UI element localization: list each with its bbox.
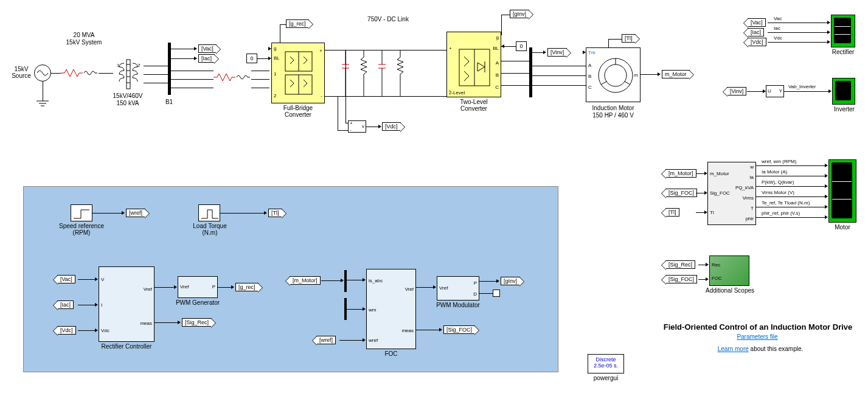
goto-g-rec[interactable]: [g_rec] <box>235 283 259 291</box>
goto-tl[interactable]: [Tl] <box>268 209 282 217</box>
arrow-icon <box>501 44 504 48</box>
wire <box>768 42 828 43</box>
motor-measure-subsystem[interactable]: m_Motor Sig_FOC Tl w Ia PQ_kVA Vrms T ph… <box>707 162 756 225</box>
arrow-icon <box>825 174 828 178</box>
wire <box>171 88 214 88</box>
series-rl-block[interactable] <box>214 73 251 82</box>
from-g-rec[interactable]: [g_rec] <box>286 19 309 28</box>
voltage-sensor-block[interactable]: + - v <box>348 120 366 133</box>
port-ia: Ia <box>749 175 754 180</box>
from-ginv[interactable]: [gInv] <box>510 10 529 18</box>
wire <box>366 127 380 127</box>
motor-sig-4: Vrms Motor (V) <box>762 190 794 195</box>
from-sig-foc[interactable]: [Sig_FOC] <box>665 189 697 197</box>
wire <box>251 79 269 80</box>
wire <box>501 15 502 35</box>
two-level-converter-block[interactable]: g + BL A B C - 2-Level <box>446 32 501 97</box>
wire <box>220 213 265 214</box>
const-zero-inv[interactable]: 0 <box>516 41 527 51</box>
svg-point-31 <box>605 64 627 86</box>
wire <box>251 71 269 71</box>
port-v: V <box>101 277 104 282</box>
arrow-icon <box>95 303 98 307</box>
wire <box>501 85 529 86</box>
wire <box>768 32 828 33</box>
goto-wref[interactable]: [wref] <box>126 209 145 217</box>
load-torque-block[interactable] <box>198 204 220 221</box>
rectifier-scope[interactable] <box>831 15 855 47</box>
from-sig-rec[interactable]: [Sig_Rec] <box>665 260 695 269</box>
motor-sig-6: phir_ref, phir (V.s) <box>762 210 800 216</box>
from-sig-foc2[interactable]: [Sig_FOC] <box>665 275 697 283</box>
from-iac[interactable]: [Iac] <box>748 28 764 36</box>
selector-block[interactable]: U Y <box>766 85 784 97</box>
transformer-block[interactable]: 12 <box>113 58 144 90</box>
arrow-icon <box>825 184 828 188</box>
from-tl[interactable]: [Tl] <box>622 34 636 43</box>
from-tl-motor[interactable]: [Tl] <box>665 208 679 217</box>
port-sig-foc: Sig_FOC <box>710 190 730 196</box>
goto-ginv[interactable]: [gInv] <box>501 277 520 285</box>
wire <box>768 23 828 23</box>
foc-block[interactable]: is_abc wm wref Vref meas <box>366 269 416 349</box>
demux-1[interactable] <box>344 270 347 292</box>
from-vdc[interactable]: [Vdc] <box>748 38 766 46</box>
goto-vdc[interactable]: [Vdc] <box>382 122 401 131</box>
rectifier-controller-block[interactable]: V I Vdc Vref meas <box>99 266 155 342</box>
wire <box>155 322 179 323</box>
goto-vac[interactable]: [Vac] <box>198 44 217 53</box>
wire <box>347 280 364 280</box>
wire <box>608 39 622 40</box>
pwm-modulator-block[interactable]: Vref P D <box>437 276 479 300</box>
wire <box>532 66 586 66</box>
from-vac-ctrl[interactable]: [Vac] <box>57 275 75 283</box>
pwm-generator-block[interactable]: Vref P <box>178 276 218 298</box>
port-wm: wm <box>369 307 376 313</box>
port-tl: Tl <box>710 210 714 215</box>
port-m-motor: m_Motor <box>710 171 729 176</box>
induction-motor-block[interactable]: Tm A B C m <box>586 47 641 102</box>
sig-iac-label: Iac <box>774 26 780 31</box>
arrow-icon <box>363 307 366 311</box>
wire <box>501 15 510 15</box>
motor-sig-3: P(kW), Q(kvar) <box>762 179 794 185</box>
port-vref: Vref <box>439 285 448 291</box>
additional-scopes-block[interactable]: Rec FOC <box>709 255 749 286</box>
terminator-block[interactable] <box>493 290 500 297</box>
from-m-motor-foc[interactable]: [m_Motor] <box>290 276 321 285</box>
from-m-motor[interactable]: [m_Motor] <box>665 169 696 178</box>
bus-vinv[interactable] <box>529 47 532 97</box>
line-impedance-block[interactable] <box>61 69 99 77</box>
dc-link-components[interactable] <box>339 35 437 102</box>
parameters-link[interactable]: Parameters file <box>724 333 791 340</box>
inverter-scope[interactable] <box>832 78 855 105</box>
arrow-icon <box>658 72 661 76</box>
goto-sig-rec[interactable]: [Sig_Rec] <box>182 318 212 327</box>
port-vref: Vref <box>180 284 189 290</box>
from-vac[interactable]: [Vac] <box>748 18 766 27</box>
wire <box>251 88 269 88</box>
motor-scope[interactable] <box>828 159 856 223</box>
foc-label: FOC <box>366 350 416 357</box>
from-vinv[interactable]: [Vinv] <box>727 87 746 96</box>
goto-m-motor[interactable]: m_Motor <box>662 70 690 78</box>
wire <box>339 340 364 341</box>
from-wref-foc[interactable]: [wref] <box>316 336 336 344</box>
learn-more-link[interactable]: Learn more <box>718 346 749 352</box>
wire <box>479 293 493 294</box>
arrow-icon <box>825 195 828 198</box>
goto-sig-foc[interactable]: [Sig_FOC] <box>443 325 475 334</box>
speed-reference-block[interactable] <box>71 204 92 221</box>
arrow-icon <box>433 285 436 289</box>
powergui-l1: Discrete <box>588 356 623 363</box>
from-vdc-ctrl[interactable]: [Vdc] <box>57 326 76 335</box>
svg-line-33 <box>601 82 606 85</box>
full-bridge-converter-block[interactable]: g BL 1 2 + - <box>271 43 325 103</box>
goto-vinv[interactable]: [Vinv] <box>547 48 567 57</box>
from-iac-ctrl[interactable]: [Iac] <box>57 300 74 309</box>
powergui-block[interactable]: Discrete 2.5e-05 s. <box>588 354 624 373</box>
goto-iac[interactable]: [Iac] <box>198 54 215 63</box>
ac-source-block[interactable] <box>34 64 51 82</box>
wire <box>144 83 168 83</box>
const-zero-rect[interactable]: 0 <box>246 54 257 63</box>
